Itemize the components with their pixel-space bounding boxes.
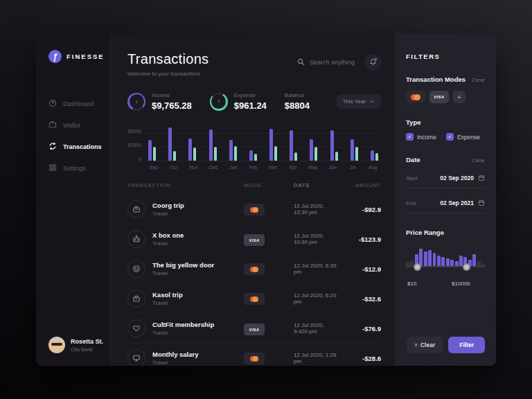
transaction-date: 12 Jul 2020, 5:420 pm (294, 322, 338, 335)
transaction-title: Monthly salary (152, 351, 199, 358)
bar-group (351, 127, 358, 161)
transaction-title: Coorg trip (152, 202, 184, 209)
clear-button[interactable]: Clear (407, 337, 443, 353)
start-date-field[interactable]: Start 02 Sep 2020 (406, 172, 485, 188)
slider-handle-min[interactable] (414, 263, 421, 271)
sidebar-item-dashboard[interactable]: Dashboard (48, 99, 110, 109)
x-axis: SepOctNovDecJanFebMarAprMayJunJulAug (145, 165, 381, 170)
bar-income (229, 140, 233, 161)
bar-chart: $5000 $2500 0 SepOctNovDecJanFebMarAprMa… (127, 127, 381, 170)
sidebar-item-label: Settings (63, 165, 86, 172)
bar-chart-plot: SepOctNovDecJanFebMarAprMayJunJulAug (145, 127, 381, 170)
table-row[interactable]: Monthly salary Travel 12 Jul 2020, 1:29 … (127, 343, 381, 366)
notifications-button[interactable] (364, 54, 381, 71)
modes-label: Transaction Modes (406, 76, 466, 83)
transaction-title: X box one (152, 231, 184, 239)
profile-name: Rosetta St. (71, 338, 103, 345)
modes-clear-link[interactable]: Clear (472, 77, 485, 83)
price-min-label: $10 (407, 281, 416, 287)
x-tick: Aug (365, 165, 380, 170)
bar-group (209, 127, 217, 161)
table-row[interactable]: X box one Travel VISA 12 Jul 2020, 10:30… (127, 224, 381, 254)
histogram-bar (433, 253, 436, 267)
y-tick: $2500 (128, 143, 141, 148)
stat-label: Balance (285, 92, 310, 98)
bar-expense (153, 147, 156, 161)
sidebar-nav: Dashboard Wallet Transcations Settings (48, 99, 110, 173)
bar-income (188, 139, 192, 161)
dashboard-icon (48, 99, 57, 109)
transaction-date: 12 Jul 2020, 12:30 pm (294, 203, 338, 215)
sidebar-item-transactions[interactable]: Transcations (48, 142, 110, 152)
x-tick: Sep (146, 165, 161, 170)
page-header: Transactions Welcome to your transaction… (127, 51, 381, 77)
avatar (48, 337, 65, 353)
mastercard-mode-button[interactable] (406, 91, 425, 103)
transaction-amount: -$76.9 (338, 325, 381, 332)
x-tick: Nov (186, 165, 201, 170)
visa-mode-button[interactable]: VISA (429, 91, 449, 103)
date-clear-link[interactable]: Clear (472, 157, 485, 163)
end-date-field[interactable]: End 02 Sep 2021 (406, 197, 485, 213)
filters-panel: FILTERS Transaction Modes Clear VISA + T… (395, 33, 496, 366)
income-checkbox[interactable]: ✓ Income (406, 133, 436, 141)
bar-expense (294, 152, 297, 161)
transaction-date: 12 Jul 2020, 6:20 pm (294, 292, 338, 305)
brand-logo[interactable]: ƒ FINESSE (48, 50, 110, 63)
type-label: Type (406, 118, 485, 126)
transaction-modes-section: Transaction Modes Clear VISA + (406, 76, 485, 103)
bar-expense (214, 147, 217, 161)
date-label: Date (406, 156, 420, 163)
bar-expense (375, 153, 378, 161)
search-placeholder: Search anything (310, 59, 355, 66)
table-row[interactable]: Coorg trip Travel 12 Jul 2020, 12:30 pm … (127, 194, 381, 224)
transaction-category: Travel (152, 270, 214, 276)
app-window: ƒ FINESSE Dashboard Wallet Transcation (36, 33, 496, 366)
period-select[interactable]: This Year (337, 94, 381, 109)
sidebar-item-wallet[interactable]: Wallet (48, 121, 110, 130)
bar-expense (335, 152, 338, 161)
bar-group (290, 127, 297, 161)
x-tick: Jan (226, 165, 241, 170)
table-row[interactable]: Kasol trip Travel 12 Jul 2020, 6:20 pm -… (127, 283, 381, 313)
bars-row (145, 127, 381, 161)
bar-expense (274, 146, 277, 161)
table-row[interactable]: CultFit membership Travel VISA 12 Jul 20… (127, 313, 381, 343)
stat-value: $961.24 (234, 100, 267, 111)
bar-income (330, 130, 334, 161)
expense-checkbox[interactable]: ✓ Expense (446, 133, 480, 141)
y-tick: 0 (139, 157, 141, 161)
table-header: TRANSACTION MODE DATE AMOUNT (127, 182, 381, 194)
notification-dot (375, 58, 377, 60)
brand-name: FINESSE (66, 53, 105, 60)
bar-income (310, 139, 313, 161)
user-profile[interactable]: Rosetta St. City Bank (48, 337, 110, 353)
bar-income (209, 130, 213, 161)
x-tick: Jun (325, 165, 340, 170)
search-input[interactable]: Search anything (297, 58, 355, 67)
add-mode-button[interactable]: + (453, 91, 466, 103)
table-row[interactable]: The big yellow door Travel 12 Jul 2020, … (127, 254, 381, 283)
transactions-icon (48, 142, 57, 152)
y-tick: $5000 (128, 129, 141, 134)
sidebar-item-label: Dashboard (63, 100, 94, 107)
transaction-category: Travel (152, 240, 184, 247)
stats-row: ↓ Income $9,765.28 ↑ Expense $961.24 Bal… (127, 92, 381, 111)
filter-actions: Clear Filter (406, 337, 485, 353)
stat-balance: Balance $8804 (285, 92, 310, 111)
bar-expense (173, 151, 176, 161)
transactions-table: TRANSACTION MODE DATE AMOUNT Coorg trip … (127, 182, 381, 366)
stat-income: ↓ Income $9,765.28 (127, 92, 192, 111)
bar-group (148, 127, 156, 161)
stat-label: Income (152, 92, 192, 98)
bar-expense (234, 146, 237, 161)
bar-group (188, 127, 196, 161)
search-icon (297, 58, 305, 67)
slider-handle-max[interactable] (463, 263, 470, 271)
sidebar-item-settings[interactable]: Settings (48, 163, 110, 173)
bar-income (269, 129, 273, 161)
transaction-title: The big yellow door (152, 261, 214, 269)
visa-badge: VISA (244, 323, 265, 335)
calendar-icon (474, 197, 485, 209)
filter-button[interactable]: Filter (448, 337, 485, 353)
